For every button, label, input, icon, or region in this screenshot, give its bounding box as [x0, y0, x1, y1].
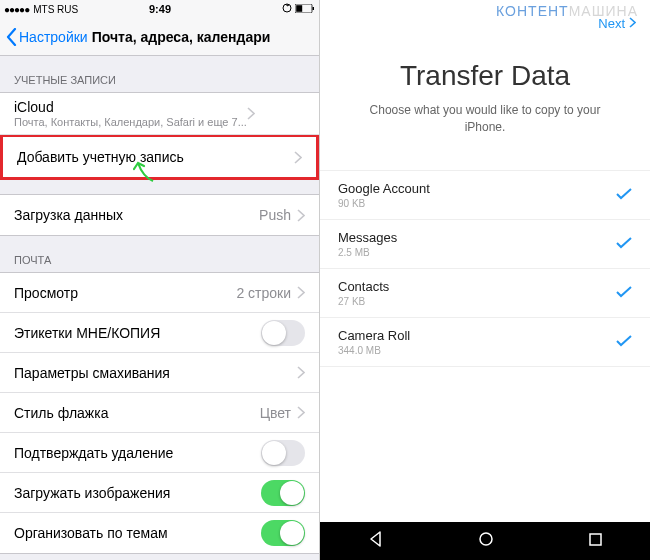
organize-thread-cell[interactable]: Организовать по темам [0, 513, 319, 553]
swipe-label: Параметры смахивания [14, 365, 297, 381]
chevron-right-icon [294, 151, 302, 164]
flag-label: Стиль флажка [14, 405, 260, 421]
transfer-item-google[interactable]: Google Account 90 KB [320, 171, 650, 220]
tocc-cell[interactable]: Этикетки МНЕ/КОПИЯ [0, 313, 319, 353]
icloud-cell[interactable]: iCloud Почта, Контакты, Календари, Safar… [0, 93, 319, 135]
next-label: Next [598, 16, 625, 31]
chevron-right-icon [297, 209, 305, 222]
tocc-label: Этикетки МНЕ/КОПИЯ [14, 325, 261, 341]
item-size: 344.0 MB [338, 345, 616, 356]
transfer-title: Transfer Data [320, 60, 650, 92]
chevron-right-icon [297, 366, 305, 379]
check-icon [616, 333, 632, 351]
check-icon [616, 186, 632, 204]
load-images-cell[interactable]: Загружать изображения [0, 473, 319, 513]
preview-cell[interactable]: Просмотр 2 строки [0, 273, 319, 313]
next-button[interactable]: Next [598, 16, 636, 31]
icloud-subtitle: Почта, Контакты, Календари, Safari и еще… [14, 116, 247, 128]
flag-style-cell[interactable]: Стиль флажка Цвет [0, 393, 319, 433]
organize-switch[interactable] [261, 520, 305, 546]
home-nav-icon[interactable] [478, 531, 494, 551]
check-icon [616, 284, 632, 302]
add-account-cell[interactable]: Добавить учетную запись [3, 137, 316, 177]
fetch-value: Push [259, 207, 291, 223]
section-header-accounts: УЧЕТНЫЕ ЗАПИСИ [0, 56, 319, 92]
load-images-switch[interactable] [261, 480, 305, 506]
fetch-label: Загрузка данных [14, 207, 259, 223]
transfer-item-messages[interactable]: Messages 2.5 MB [320, 220, 650, 269]
android-transfer-screen: КОНТЕНТМАШИНА Next Transfer Data Choose … [320, 0, 650, 560]
flag-value: Цвет [260, 405, 291, 421]
transfer-item-contacts[interactable]: Contacts 27 KB [320, 269, 650, 318]
back-button[interactable]: Настройки [6, 28, 88, 46]
check-icon [616, 235, 632, 253]
chevron-right-icon [297, 286, 305, 299]
transfer-list: Google Account 90 KB Messages 2.5 MB Con… [320, 170, 650, 367]
ios-nav-bar: Настройки Почта, адреса, календари [0, 18, 319, 56]
organize-label: Организовать по темам [14, 525, 261, 541]
item-size: 2.5 MB [338, 247, 616, 258]
chevron-right-icon [297, 406, 305, 419]
android-header: Next [320, 0, 650, 34]
svg-rect-5 [590, 534, 601, 545]
highlight-annotation: Добавить учетную запись [0, 134, 319, 180]
android-nav-bar [320, 522, 650, 560]
item-name: Messages [338, 230, 616, 245]
load-images-label: Загружать изображения [14, 485, 261, 501]
page-title: Почта, адреса, календари [92, 29, 271, 45]
preview-label: Просмотр [14, 285, 236, 301]
back-label: Настройки [19, 29, 88, 45]
ios-status-bar: ●●●●● MTS RUS 9:49 [0, 0, 319, 18]
add-account-label: Добавить учетную запись [17, 149, 294, 165]
back-nav-icon[interactable] [367, 530, 385, 552]
chevron-right-icon [247, 107, 255, 120]
confirm-delete-label: Подтверждать удаление [14, 445, 261, 461]
item-name: Camera Roll [338, 328, 616, 343]
transfer-item-camera-roll[interactable]: Camera Roll 344.0 MB [320, 318, 650, 367]
item-size: 27 KB [338, 296, 616, 307]
item-name: Google Account [338, 181, 616, 196]
svg-point-4 [480, 533, 492, 545]
item-name: Contacts [338, 279, 616, 294]
icloud-title: iCloud [14, 99, 247, 115]
clock-label: 9:49 [0, 3, 320, 15]
transfer-subtitle: Choose what you would like to copy to yo… [320, 102, 650, 136]
ios-settings-screen: ●●●●● MTS RUS 9:49 Настройки Почта, адре… [0, 0, 320, 560]
swipe-options-cell[interactable]: Параметры смахивания [0, 353, 319, 393]
recent-nav-icon[interactable] [588, 532, 603, 551]
tocc-switch[interactable] [261, 320, 305, 346]
preview-value: 2 строки [236, 285, 291, 301]
section-header-mail: ПОЧТА [0, 236, 319, 272]
confirm-delete-switch[interactable] [261, 440, 305, 466]
item-size: 90 KB [338, 198, 616, 209]
fetch-data-cell[interactable]: Загрузка данных Push [0, 195, 319, 235]
confirm-delete-cell[interactable]: Подтверждать удаление [0, 433, 319, 473]
chevron-right-icon [629, 16, 636, 31]
